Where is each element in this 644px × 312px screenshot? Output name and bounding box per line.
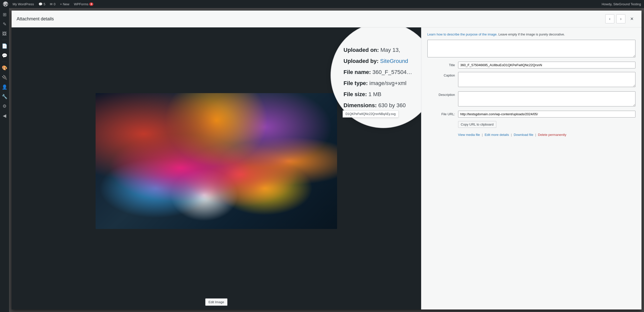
- file-url-label: File URL:: [427, 112, 455, 116]
- file-url-row: File URL:: [427, 111, 635, 118]
- sidebar-icon-tools[interactable]: 🔧: [0, 92, 9, 101]
- magnifier-uploaded-by-link[interactable]: SiteGround: [380, 58, 408, 64]
- magnifier-uploaded-on: Uploaded on: May 13,: [344, 45, 421, 56]
- sidebar-divider-2: [2, 62, 7, 62]
- adminbar-messages[interactable]: ✉ 0: [50, 2, 55, 6]
- magnifier-file-size: File size: 1 MB: [344, 89, 421, 100]
- adminbar-wpforms[interactable]: WPForms 4: [74, 2, 93, 6]
- next-attachment-button[interactable]: ›: [616, 14, 625, 23]
- download-file-link[interactable]: Download file: [514, 133, 533, 137]
- magnifier-file-type: File type: image/svg+xml: [344, 78, 421, 89]
- magnifier-dimensions: Dimensions: 630 by 360: [344, 100, 421, 111]
- copy-url-button[interactable]: Copy URL to clipboard: [458, 121, 496, 128]
- adminbar-new[interactable]: + New: [60, 2, 69, 6]
- wpforms-badge: 4: [89, 3, 93, 6]
- sidebar-icon-dashboard[interactable]: ⊞: [0, 10, 9, 19]
- sidebar-icon-pages[interactable]: 📄: [0, 42, 9, 51]
- sidebar-icon-plugins[interactable]: 🔌: [0, 73, 9, 82]
- file-url-input-wrap: [458, 111, 635, 118]
- sidebar-icon-appearance[interactable]: 🎨: [0, 63, 9, 72]
- adminbar-wp-logo[interactable]: [3, 2, 8, 7]
- alt-text-help-text: Learn how to describe the purpose of the…: [427, 32, 635, 36]
- title-label: Title: [427, 62, 455, 67]
- modal-nav: ‹ › ×: [605, 14, 636, 23]
- adminbar-site-name[interactable]: My WordPress: [13, 2, 34, 6]
- alt-text-help-link[interactable]: Learn how to describe the purpose of the…: [427, 32, 498, 36]
- modal-header: Attachment details ‹ › ×: [12, 11, 641, 27]
- sidebar: ⊞ ✎ 🖼 📄 💬 🎨 🔌 👤 🔧 ⚙ ◀: [0, 8, 9, 312]
- magnifier-file-name: File name: 360_F_57504…: [344, 67, 421, 78]
- caption-textarea[interactable]: [458, 72, 635, 87]
- sidebar-icon-users[interactable]: 👤: [0, 83, 9, 92]
- title-input[interactable]: [458, 62, 635, 68]
- modal-body: Edit Image Uploaded on: May 13, Uploaded…: [12, 27, 641, 309]
- file-url-input[interactable]: [458, 111, 635, 118]
- modal-title: Attachment details: [17, 16, 54, 22]
- sidebar-icon-posts[interactable]: ✎: [0, 20, 9, 29]
- sidebar-icon-comments[interactable]: 💬: [0, 51, 9, 60]
- close-modal-button[interactable]: ×: [627, 14, 636, 23]
- view-media-link[interactable]: View media file: [458, 133, 480, 137]
- caption-label: Caption: [427, 72, 455, 77]
- url-tooltip: D1QKPeFwlIQNc22QrsnNBqAEy.svg: [343, 110, 398, 118]
- adminbar-howdy: Howdy, SiteGround Testing: [602, 2, 641, 6]
- attachment-image: [96, 93, 337, 229]
- edit-image-btn-wrap: Edit Image: [205, 294, 227, 309]
- prev-attachment-button[interactable]: ‹: [605, 14, 614, 23]
- title-input-wrap: [458, 62, 635, 68]
- sidebar-divider-1: [2, 40, 7, 40]
- sidebar-icon-settings[interactable]: ⚙: [0, 102, 9, 111]
- admin-bar: My WordPress 💬 5 ✉ 0 + New WPForms 4 How…: [0, 0, 644, 8]
- main-content: Attachment details ‹ › × Edit Image: [9, 8, 644, 312]
- description-field-row: Description: [427, 91, 635, 107]
- caption-field-row: Caption: [427, 72, 635, 88]
- edit-image-button[interactable]: Edit Image: [205, 298, 227, 306]
- attachment-image-area: Edit Image Uploaded on: May 13, Uploaded…: [12, 27, 421, 309]
- attachment-actions: View media file | Edit more details | Do…: [458, 133, 635, 137]
- adminbar-comments[interactable]: 💬 5: [38, 2, 45, 6]
- description-textarea[interactable]: [458, 91, 635, 106]
- description-label: Description: [427, 91, 455, 97]
- attachment-details-panel: Learn how to describe the purpose of the…: [421, 27, 641, 309]
- edit-more-details-link[interactable]: Edit more details: [485, 133, 509, 137]
- delete-permanently-link[interactable]: Delete permanently: [538, 133, 567, 137]
- alt-text-field[interactable]: [427, 40, 635, 57]
- caption-input-wrap: [458, 72, 635, 88]
- magnifier-uploaded-by: Uploaded by: SiteGround: [344, 56, 421, 67]
- title-field-row: Title: [427, 62, 635, 68]
- attachment-details-modal: Attachment details ‹ › × Edit Image: [12, 11, 641, 309]
- description-input-wrap: [458, 91, 635, 107]
- sidebar-icon-media[interactable]: 🖼: [0, 29, 9, 38]
- sidebar-icon-collapse[interactable]: ◀: [0, 111, 9, 120]
